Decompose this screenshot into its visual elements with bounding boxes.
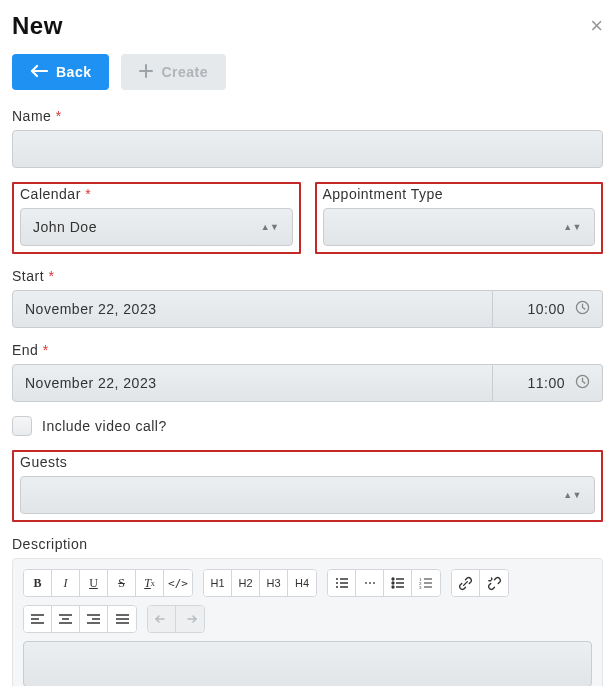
h4-button[interactable]: H4 [288,570,316,596]
end-label: End * [12,342,603,358]
align-justify-button[interactable] [108,606,136,632]
updown-icon: ▲▼ [563,493,582,498]
clock-icon [575,374,590,392]
back-button[interactable]: Back [12,54,109,90]
h3-button[interactable]: H3 [260,570,288,596]
calendar-select[interactable]: John Doe ▲▼ [20,208,293,246]
undo-button [148,606,176,632]
svg-point-11 [392,578,394,580]
end-time-input[interactable]: 11:00 [493,364,603,402]
align-center-button[interactable] [52,606,80,632]
link-button[interactable] [452,570,480,596]
blockquote-button[interactable] [328,570,356,596]
hr-button[interactable]: ⋯ [356,570,384,596]
calendar-label: Calendar * [20,186,293,202]
include-video-checkbox[interactable] [12,416,32,436]
guests-label: Guests [20,454,595,470]
create-button[interactable]: Create [121,54,226,90]
guests-select[interactable]: ▲▼ [20,476,595,514]
underline-button[interactable]: U [80,570,108,596]
name-label: Name * [12,108,603,124]
clock-icon [575,300,590,318]
align-left-button[interactable] [24,606,52,632]
svg-point-13 [392,582,394,584]
end-date-input[interactable]: November 22, 2023 [12,364,493,402]
back-button-label: Back [56,64,91,80]
appt-type-label: Appointment Type [323,186,596,202]
description-label: Description [12,536,603,552]
h2-button[interactable]: H2 [232,570,260,596]
guests-field-highlight: Guests ▲▼ [12,450,603,522]
close-icon[interactable]: × [590,13,603,39]
ordered-list-button[interactable]: 123 [412,570,440,596]
clear-format-button[interactable]: Tx [136,570,164,596]
bullet-list-button[interactable] [384,570,412,596]
appt-type-field-highlight: Appointment Type ▲▼ [315,182,604,254]
description-textarea[interactable] [23,641,592,686]
redo-button [176,606,204,632]
rich-text-editor: B I U S Tx </> H1 H2 H3 H4 ⋯ 123 [12,558,603,686]
plus-icon [139,64,153,81]
svg-point-15 [392,586,394,588]
svg-text:3: 3 [419,585,422,589]
start-date-input[interactable]: November 22, 2023 [12,290,493,328]
page-title: New [12,12,63,40]
bold-button[interactable]: B [24,570,52,596]
name-input[interactable] [12,130,603,168]
italic-button[interactable]: I [52,570,80,596]
start-label: Start * [12,268,603,284]
calendar-value: John Doe [33,219,97,235]
unlink-button[interactable] [480,570,508,596]
h1-button[interactable]: H1 [204,570,232,596]
include-video-label: Include video call? [42,418,167,434]
align-right-button[interactable] [80,606,108,632]
updown-icon: ▲▼ [563,225,582,230]
updown-icon: ▲▼ [261,225,280,230]
strike-button[interactable]: S [108,570,136,596]
arrow-left-icon [30,64,48,81]
appt-type-select[interactable]: ▲▼ [323,208,596,246]
calendar-field-highlight: Calendar * John Doe ▲▼ [12,182,301,254]
create-button-label: Create [161,64,208,80]
code-block-button[interactable]: </> [164,570,192,596]
start-time-input[interactable]: 10:00 [493,290,603,328]
